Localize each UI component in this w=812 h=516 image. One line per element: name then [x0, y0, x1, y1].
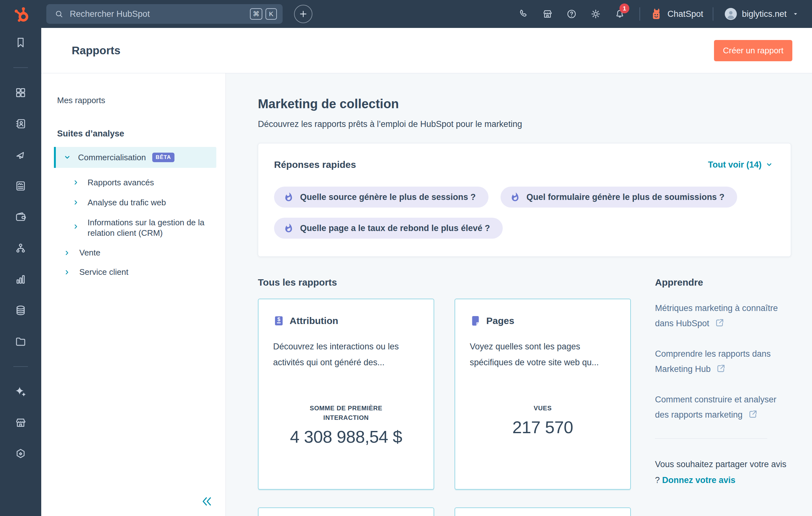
- topbar: ⌘ K: [0, 0, 812, 28]
- hubspot-logo[interactable]: [0, 6, 41, 22]
- next-report-cards-row: [258, 508, 642, 516]
- gear-icon: [590, 8, 601, 19]
- global-search[interactable]: ⌘ K: [46, 4, 283, 24]
- metric-label: VUES: [490, 403, 595, 413]
- learn-link-marketing-metrics[interactable]: Métriques marketing à connaître dans Hub…: [655, 301, 789, 331]
- report-card-description: Voyez quelles sont les pages spécifiques…: [470, 338, 616, 370]
- collection-subtitle: Découvrez les rapports prêts à l’emploi …: [258, 119, 791, 129]
- rail-content[interactable]: [8, 179, 33, 193]
- chevron-right-icon: [72, 179, 79, 186]
- learn-section: Apprendre Métriques marketing à connaîtr…: [655, 277, 789, 516]
- help-button[interactable]: [559, 3, 584, 24]
- tree-item-commercialisation[interactable]: Commercialisation BÊTA: [54, 147, 216, 168]
- app-rail: [0, 28, 41, 516]
- learn-link-understand-reports[interactable]: Comprendre les rapports dans Marketing H…: [655, 346, 789, 377]
- settings-button[interactable]: [584, 3, 608, 24]
- rail-automations[interactable]: [8, 241, 33, 255]
- plus-icon: [298, 9, 308, 19]
- report-card-attribution[interactable]: $ Attribution Découvrez les interactions…: [258, 299, 434, 490]
- quick-answers-card: Réponses rapides Tout voir (14) Quelle s…: [258, 143, 791, 257]
- tree-item-label: Service client: [79, 267, 128, 277]
- create-report-button[interactable]: Créer un rapport: [714, 40, 792, 61]
- rail-marketing[interactable]: [8, 148, 33, 162]
- learn-divider: [655, 438, 767, 439]
- help-icon: [566, 8, 577, 19]
- notifications-button[interactable]: 1: [608, 3, 632, 24]
- quick-answer-pill[interactable]: Quelle source génère le plus de sessions…: [274, 187, 489, 208]
- rail-ai-assistant[interactable]: [8, 385, 33, 399]
- flame-icon: [510, 192, 520, 202]
- analytics-suites-tree: Commercialisation BÊTA Rapports avancés …: [41, 147, 226, 277]
- see-all-button[interactable]: Tout voir (14): [706, 160, 775, 170]
- page-title: Rapports: [72, 44, 120, 57]
- metric-value: 4 308 988,54 $: [273, 427, 419, 446]
- tree-item-service-client[interactable]: Service client: [63, 267, 226, 277]
- learn-title: Apprendre: [655, 277, 789, 288]
- pages-file-icon: [470, 315, 481, 327]
- quick-answer-pill[interactable]: Quelle page a le taux de rebond le plus …: [274, 218, 503, 239]
- pill-label: Quelle source génère le plus de sessions…: [300, 192, 476, 202]
- report-card-partial[interactable]: [455, 508, 631, 516]
- collection-title: Marketing de collection: [258, 97, 791, 111]
- search-input[interactable]: [69, 9, 250, 19]
- flame-icon: [284, 223, 294, 233]
- quick-answer-pills: Quelle source génère le plus de sessions…: [274, 187, 775, 239]
- phone-icon: [518, 8, 529, 19]
- rail-dashboard[interactable]: [8, 86, 33, 100]
- rail-reporting[interactable]: [8, 272, 33, 286]
- search-icon: [55, 9, 63, 19]
- external-link-icon: [715, 318, 724, 327]
- topbar-divider: [713, 7, 713, 21]
- megaphone-icon: [14, 149, 27, 161]
- account-menu[interactable]: biglytics.net: [723, 8, 801, 20]
- report-card-pages[interactable]: Pages Voyez quelles sont les pages spéci…: [455, 299, 631, 490]
- chevron-right-icon: [72, 223, 79, 230]
- database-icon: [14, 304, 27, 317]
- quick-answer-pill[interactable]: Quel formulaire génère le plus de soumis…: [500, 187, 737, 208]
- create-new-button[interactable]: [294, 5, 313, 23]
- rail-product-updates[interactable]: [8, 447, 33, 461]
- tree-item-analyse-trafic-web[interactable]: Analyse du trafic web: [72, 197, 226, 208]
- rail-data[interactable]: [8, 303, 33, 317]
- tree-item-rapports-avances[interactable]: Rapports avancés: [72, 178, 226, 188]
- chatspot-label: ChatSpot: [667, 9, 703, 19]
- tree-item-label: Commercialisation: [78, 153, 146, 162]
- learn-link-label: Comment construire et analyser des rappo…: [655, 395, 777, 419]
- rail-library[interactable]: [8, 334, 33, 348]
- reports-sidenav: Mes rapports Suites d’analyse Commercial…: [41, 73, 226, 516]
- rail-bookmarks[interactable]: [8, 35, 33, 50]
- metric-label: SOMME DE PREMIÈRE INTERACTION: [294, 403, 398, 423]
- flame-icon: [284, 192, 294, 202]
- chevron-down-icon: [765, 161, 773, 168]
- sparkles-icon: [14, 386, 27, 398]
- topbar-divider: [639, 7, 640, 21]
- rail-divider: [13, 67, 28, 68]
- calling-button[interactable]: [511, 3, 535, 24]
- learn-link-build-analyze-reports[interactable]: Comment construire et analyser des rappo…: [655, 392, 789, 423]
- report-card-title: Pages: [486, 316, 514, 326]
- tree-item-crm-insights[interactable]: Informations sur la gestion de la relati…: [72, 217, 226, 238]
- rail-commerce[interactable]: [8, 210, 33, 224]
- chevron-right-icon: [72, 199, 79, 206]
- rail-contacts[interactable]: [8, 117, 33, 131]
- tree-item-vente[interactable]: Vente: [63, 248, 226, 258]
- collapse-sidenav-button[interactable]: [199, 495, 215, 508]
- topbar-actions: 1 ChatSpot biglytics.net: [511, 3, 812, 24]
- cmd-key: ⌘: [250, 8, 262, 20]
- marketplace-button[interactable]: [535, 3, 559, 24]
- sidenav-my-reports[interactable]: Mes rapports: [57, 96, 226, 105]
- chatspot-button[interactable]: ChatSpot: [648, 7, 705, 21]
- quick-answers-title: Réponses rapides: [274, 159, 356, 170]
- all-reports-title: Tous les rapports: [258, 277, 642, 288]
- rail-divider: [13, 366, 28, 367]
- double-chevron-left-icon: [201, 495, 213, 508]
- svg-text:$: $: [277, 317, 280, 322]
- report-card-partial[interactable]: [258, 508, 434, 516]
- give-feedback-link[interactable]: Donnez votre avis: [662, 476, 735, 485]
- main-content: Marketing de collection Découvrez les ra…: [226, 73, 812, 516]
- rail-marketplace[interactable]: [8, 416, 33, 430]
- hubspot-sprocket-icon: [12, 6, 29, 22]
- contacts-icon: [14, 118, 27, 130]
- pill-label: Quel formulaire génère le plus de soumis…: [526, 192, 724, 202]
- beta-badge: BÊTA: [152, 153, 174, 162]
